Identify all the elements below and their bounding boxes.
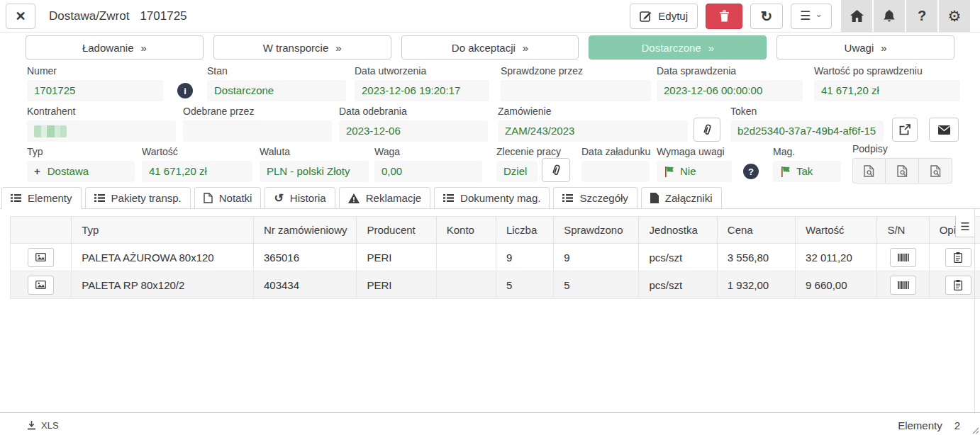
description-button[interactable] — [945, 248, 971, 267]
tab-label: Notatki — [219, 192, 252, 204]
info-icon[interactable]: i — [177, 83, 193, 98]
field-label: Wymaga uwagi — [657, 146, 732, 157]
close-icon: ✕ — [15, 9, 26, 24]
field-label: Waluta — [260, 146, 369, 157]
stage-dostarczone-button[interactable]: Dostarczone» — [589, 35, 767, 60]
field-zamowienie: Zamówienie ZAM/243/2023 — [498, 106, 688, 142]
export-xls-button[interactable]: XLS — [27, 420, 59, 431]
cell-sprawdzono: 5 — [554, 271, 639, 299]
col-header-konto[interactable]: Konto — [436, 217, 496, 244]
field-label: Wartość po sprawdzeniu — [814, 65, 960, 77]
signature-2-button[interactable] — [886, 158, 919, 183]
serial-numbers-button[interactable] — [890, 276, 916, 295]
description-button[interactable] — [945, 276, 971, 295]
page-title: Dostawa/Zwrot1701725 — [49, 9, 187, 23]
elements-table: Typ Nr zamówieniowy Producent Konto Licz… — [10, 216, 980, 299]
field-label: Stan — [207, 65, 346, 77]
field-value: Dziel — [496, 161, 538, 182]
home-button[interactable] — [841, 0, 872, 32]
envelope-icon — [938, 125, 950, 135]
form-row-1: Numer 1701725 i Stan Dostarczone Data ut… — [0, 62, 980, 103]
field-value: 1701725 — [27, 80, 163, 101]
double-chevron-icon: » — [523, 42, 528, 54]
tab-reklamacje[interactable]: Reklamacje — [339, 187, 430, 208]
row-image-button[interactable] — [28, 248, 54, 267]
field-label: Odebrane przez — [183, 106, 332, 117]
col-header-nr-zamowieniowy[interactable]: Nr zamówieniowy — [253, 217, 356, 244]
document-type-title: Dostawa/Zwrot — [49, 9, 129, 23]
list-icon — [443, 193, 454, 203]
field-value: ZAM/243/2023 — [498, 120, 688, 142]
col-header-jednostka[interactable]: Jednostka — [639, 217, 717, 244]
settings-button[interactable]: ⚙ — [939, 0, 970, 32]
open-external-button[interactable] — [892, 118, 918, 142]
delete-button[interactable] — [706, 4, 742, 29]
cell-wartosc: 32 011,20 — [796, 244, 877, 271]
table-row[interactable]: PALETA RP 80x120/2 403434 PERI 5 5 pcs/s… — [11, 271, 980, 299]
col-header-producent[interactable]: Producent — [357, 217, 436, 244]
list-icon — [11, 193, 21, 203]
refresh-button[interactable]: ↻ — [750, 4, 783, 29]
signature-1-button[interactable] — [852, 158, 886, 183]
col-header-icon[interactable] — [11, 217, 72, 244]
col-header-liczba[interactable]: Liczba — [496, 217, 553, 244]
help-button[interactable]: ? — [906, 0, 937, 32]
stage-label: W transporcie — [263, 42, 329, 54]
edit-button[interactable]: Edytuj — [630, 4, 698, 29]
element-count: Elementy 2 — [898, 419, 960, 431]
tab-elementy[interactable]: Elementy — [1, 187, 82, 209]
delivery-document-page: ✕ Dostawa/Zwrot1701725 Edytuj ↻ ☰ ⌄ — [0, 0, 980, 435]
stage-label: Ładowanie — [82, 42, 134, 54]
row-image-button[interactable] — [28, 276, 54, 295]
file-search-icon — [897, 165, 908, 177]
tab-notatki[interactable]: Notatki — [194, 187, 262, 208]
help-circle-icon[interactable]: ? — [743, 164, 759, 179]
col-header-sn[interactable]: S/N — [877, 217, 929, 244]
document-number: 1701725 — [140, 9, 186, 23]
close-button[interactable]: ✕ — [6, 4, 35, 29]
col-header-cena[interactable]: Cena — [717, 217, 795, 244]
hamburger-icon: ☰ — [960, 220, 969, 233]
tab-historia[interactable]: ↺ Historia — [265, 187, 335, 208]
table-row[interactable]: PALETA AŻUROWA 80x120 365016 PERI 9 9 pc… — [11, 244, 980, 271]
serial-numbers-button[interactable] — [890, 248, 916, 267]
paperclip-icon — [701, 123, 713, 137]
tab-pakiety-transp[interactable]: Pakiety transp. — [85, 187, 191, 208]
field-label: Token — [730, 106, 884, 117]
actions-menu-button[interactable]: ☰ ⌄ — [791, 4, 832, 29]
cell-konto — [436, 271, 496, 299]
barcode-icon — [898, 281, 909, 289]
work-order-link-button[interactable] — [542, 158, 570, 182]
col-header-wartosc[interactable]: Wartość — [796, 217, 877, 244]
field-value: b2d25340-37a7-49b4-af6f-15 — [730, 120, 884, 142]
notifications-button[interactable] — [874, 0, 905, 32]
global-nav-tiles: ? ⚙ — [840, 0, 970, 32]
form-row-3: Typ +Dostawa Wartość 41 671,20 zł Waluta… — [0, 143, 980, 183]
cell-sprawdzono: 9 — [554, 244, 639, 271]
col-header-sprawdzono[interactable]: Sprawdzono — [554, 217, 639, 244]
field-label: Data sprawdzenia — [657, 65, 803, 77]
signature-3-button[interactable] — [919, 158, 952, 183]
order-link-button[interactable] — [694, 118, 720, 142]
tab-dokumenty-mag[interactable]: Dokumenty mag. — [434, 187, 550, 208]
cell-cena: 3 556,80 — [717, 244, 795, 271]
cell-konto — [436, 244, 496, 271]
stage-do-akceptacji-button[interactable]: Do akceptacji» — [401, 35, 579, 60]
tab-zalaczniki[interactable]: Załączniki — [641, 187, 722, 208]
cell-nr: 365016 — [253, 244, 356, 271]
tab-szczegoly[interactable]: Szczegóły — [553, 187, 637, 208]
field-label: Data odebrania — [339, 106, 488, 117]
column-menu-button[interactable]: ☰ — [955, 216, 974, 237]
stage-w-transporcie-button[interactable]: W transporcie» — [213, 35, 391, 60]
field-data-zaladunku: Data załadunku — [581, 146, 650, 182]
send-email-button[interactable] — [929, 118, 959, 142]
table-header-row: Typ Nr zamówieniowy Producent Konto Licz… — [11, 217, 980, 244]
resize-grip-icon[interactable] — [971, 424, 979, 435]
stage-uwagi-button[interactable]: Uwagi» — [776, 35, 954, 60]
field-mag: Mag. Tak — [773, 146, 841, 182]
field-wartosc-po-sprawdzeniu: Wartość po sprawdzeniu 41 671,20 zł — [814, 65, 960, 101]
field-odebrane-przez: Odebrane przez — [183, 106, 332, 142]
col-header-typ[interactable]: Typ — [72, 217, 254, 244]
workflow-stage-bar: Ładowanie» W transporcie» Do akceptacji»… — [0, 33, 980, 62]
stage-ladowanie-button[interactable]: Ładowanie» — [26, 35, 204, 60]
